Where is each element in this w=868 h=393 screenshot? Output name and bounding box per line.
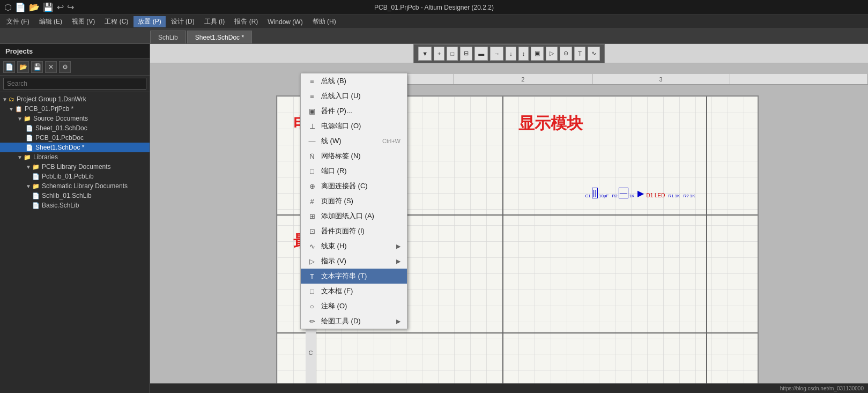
text-string-icon: T <box>307 272 317 280</box>
tool-wave[interactable]: ∿ <box>588 47 600 61</box>
open-btn[interactable]: 📂 <box>29 2 40 12</box>
tree-pcblib01[interactable]: 📄 PcbLib_01.PcbLib <box>0 172 150 181</box>
tool-filter[interactable]: ▼ <box>418 47 432 61</box>
drop-netlabel[interactable]: Ñ 网络标签 (N) <box>301 149 407 164</box>
sch-icon: 📄 <box>32 192 40 199</box>
menu-tools[interactable]: 工具 (I) <box>200 16 229 27</box>
tree-pcb01doc[interactable]: 📄 PCB_01.PcbDoc <box>0 133 150 143</box>
tool-group[interactable]: ⊟ <box>460 47 472 61</box>
expand-arrow: ▼ <box>2 97 8 102</box>
tool-circle[interactable]: ⊙ <box>560 47 572 61</box>
tree-project-group[interactable]: ▼ 🗂 Project Group 1.DsnWrk <box>0 94 150 104</box>
panel-settings-btn[interactable]: ⚙ <box>59 61 71 73</box>
canvas-area: 1 2 3 A B C <box>150 63 868 383</box>
status-url: https://blog.csdn.net/m_031130000 <box>780 385 864 391</box>
tab-schlib[interactable]: SchLib <box>150 31 186 43</box>
panel-new-btn[interactable]: 📄 <box>3 61 15 73</box>
drop-sheetsy[interactable]: # 页面符 (S) <box>301 194 407 209</box>
tree-label: Schematic Library Documents <box>42 182 128 190</box>
bus-entry-icon: ≡ <box>307 92 317 100</box>
tab-sheet1[interactable]: Sheet1.SchDoc * <box>187 31 252 43</box>
folder-icon: 📁 <box>24 115 31 122</box>
drop-text-string[interactable]: T 文本字符串 (T) <box>301 269 407 284</box>
tree-label: PCB_01.PcbDoc <box>35 134 84 142</box>
tree-sch-lib-docs[interactable]: ▼ 📁 Schematic Library Documents <box>0 181 150 191</box>
tree-pcb-project[interactable]: ▼ 📋 PCB_01.PrjPcb * <box>0 104 150 114</box>
drop-drawing-tools[interactable]: ✏ 绘图工具 (D) ▶ <box>301 314 407 329</box>
pcb-icon: 📄 <box>32 173 40 180</box>
power-icon: ⊥ <box>307 122 317 130</box>
tree-basic-schlib[interactable]: 📄 Basic.SchLib <box>0 201 150 210</box>
tree-sheet1-active[interactable]: 📄 Sheet1.SchDoc * <box>0 143 150 152</box>
drop-bus[interactable]: ≡ 总线 (B) <box>301 73 407 88</box>
drop-label: 线束 (H) <box>321 241 392 251</box>
menu-window[interactable]: Window (W) <box>263 17 307 27</box>
panel-close-btn[interactable]: ✕ <box>45 61 57 73</box>
folder-icon: 📁 <box>24 154 31 161</box>
drop-directive[interactable]: ▷ 指示 (V) ▶ <box>301 254 407 269</box>
drop-add-sheet-entry[interactable]: ⊞ 添加图纸入口 (A) <box>301 209 407 224</box>
menu-help[interactable]: 帮助 (H) <box>308 16 340 27</box>
tree-label: PcbLib_01.PcbLib <box>42 173 94 180</box>
drop-label: 文本框 (F) <box>321 286 400 296</box>
expand-arrow: ▼ <box>17 116 23 122</box>
tree-pcb-lib-docs[interactable]: ▼ 📁 PCB Library Documents <box>0 162 150 172</box>
tool-text[interactable]: T <box>574 47 585 61</box>
tree-label: Schlib_01.SchLib <box>42 192 92 199</box>
menu-edit[interactable]: 编辑 (E) <box>35 16 66 27</box>
add-sheet-entry-icon: ⊞ <box>307 212 317 220</box>
tool-add[interactable]: + <box>434 47 444 61</box>
menu-project[interactable]: 工程 (C) <box>100 16 132 27</box>
drop-label: 电源端口 (O) <box>321 121 400 131</box>
tool-line[interactable]: ▬ <box>474 47 488 61</box>
tool-right[interactable]: → <box>490 47 503 61</box>
main-layout: Projects 📄 📂 💾 ✕ ⚙ ▼ 🗂 Project Group 1.D… <box>0 44 868 393</box>
tool-play[interactable]: ▷ <box>546 47 558 61</box>
new-btn[interactable]: 📄 <box>15 2 26 12</box>
note-icon: ○ <box>307 302 317 310</box>
tool-rect[interactable]: □ <box>447 47 458 61</box>
panel-open-btn[interactable]: 📂 <box>17 61 29 73</box>
drop-harness[interactable]: ∿ 线束 (H) ▶ <box>301 239 407 254</box>
drop-offsheet[interactable]: ⊕ 离图连接器 (C) <box>301 179 407 194</box>
drop-component[interactable]: ▣ 器件 (P)... <box>301 103 407 118</box>
drop-text-frame[interactable]: □ 文本框 (F) <box>301 284 407 299</box>
sch-icon: 📄 <box>32 202 40 209</box>
tree-label: Project Group 1.DsnWrk <box>17 95 86 103</box>
save-btn[interactable]: 💾 <box>43 2 54 12</box>
tree-sheet01[interactable]: 📄 Sheet_01.SchDoc <box>0 123 150 133</box>
drop-label: 绘图工具 (D) <box>321 316 392 326</box>
drop-port[interactable]: □ 端口 (R) <box>301 164 407 179</box>
panel-save-btn[interactable]: 💾 <box>31 61 43 73</box>
redo-btn[interactable]: ↪ <box>67 2 74 12</box>
drop-wire[interactable]: — 线 (W) Ctrl+W <box>301 134 407 149</box>
tool-align[interactable]: ↕ <box>518 47 529 61</box>
drop-power[interactable]: ⊥ 电源端口 (O) <box>301 118 407 134</box>
harness-icon: ∿ <box>307 242 317 250</box>
drop-label: 网络标签 (N) <box>321 151 400 161</box>
tree-libraries[interactable]: ▼ 📁 Libraries <box>0 152 150 162</box>
window-title: PCB_01.PrjPcb - Altium Designer (20.2.2) <box>374 4 494 11</box>
tree-label: PCB_01.PrjPcb * <box>25 105 73 113</box>
tool-down[interactable]: ↓ <box>506 47 516 61</box>
section-display-label: 显示模块 <box>508 102 701 145</box>
tree-schlib01[interactable]: 📄 Schlib_01.SchLib <box>0 191 150 201</box>
drop-comp-sheet[interactable]: ⊡ 器件页面符 (I) <box>301 224 407 239</box>
menu-design[interactable]: 设计 (D) <box>167 16 199 27</box>
menu-reports[interactable]: 报告 (R) <box>230 16 262 27</box>
tree-source-docs[interactable]: ▼ 📁 Source Documents <box>0 114 150 123</box>
search-input[interactable] <box>3 78 146 90</box>
menu-view[interactable]: 视图 (V) <box>68 16 99 27</box>
tab-bar: SchLib Sheet1.SchDoc * <box>0 29 868 44</box>
canvas-toolbar: ▼ + □ ⊟ ▬ → ↓ ↕ ▣ ▷ ⊙ T ∿ <box>150 44 868 63</box>
tool-component[interactable]: ▣ <box>531 47 544 61</box>
drop-label: 离图连接器 (C) <box>321 181 400 191</box>
drop-label: 总线入口 (U) <box>321 91 400 101</box>
drop-note[interactable]: ○ 注释 (O) <box>301 299 407 314</box>
component-icon: ▣ <box>307 107 317 115</box>
menu-file[interactable]: 文件 (F) <box>2 16 34 27</box>
toolbar-group: ▼ + □ ⊟ ▬ → ↓ ↕ ▣ ▷ ⊙ T ∿ <box>413 44 605 63</box>
menu-place[interactable]: 放置 (P) <box>133 16 165 27</box>
drop-bus-entry[interactable]: ≡ 总线入口 (U) <box>301 88 407 103</box>
undo-btn[interactable]: ↩ <box>57 2 64 12</box>
